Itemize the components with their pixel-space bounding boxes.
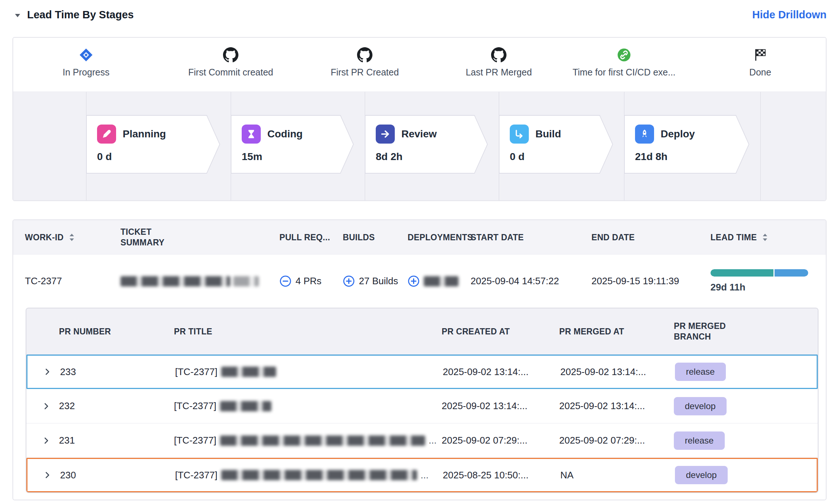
pr-number-cell: 233 — [60, 356, 76, 388]
pr-row-233[interactable]: 233 [TC-2377] 2025-09-02 13:14:... 2025-… — [26, 355, 818, 389]
pr-branch-cell: develop — [674, 389, 727, 423]
pr-title-prefix: [TC-2377] — [175, 366, 218, 378]
row-expand-chevron[interactable] — [42, 389, 51, 423]
deploy-rocket-icon — [635, 125, 654, 144]
column-header-pull-requests: PULL REQ... — [279, 220, 330, 255]
build-elbow-arrow-icon — [510, 125, 529, 144]
github-icon — [223, 47, 238, 63]
pull-requests-count: 4 PRs — [296, 275, 322, 287]
pr-number-cell: 232 — [59, 389, 75, 423]
column-header-label: END DATE — [591, 233, 635, 242]
milestone-label: Time for first CI/CD exe... — [547, 67, 701, 78]
column-header-lead-time[interactable]: LEAD TIME — [710, 220, 769, 255]
redacted-text — [221, 470, 417, 480]
pr-row-231[interactable]: 231 [TC-2377] ... 2025-09-02 07:29:... 2… — [26, 423, 818, 458]
lead-time-bar-teal-segment — [710, 269, 773, 277]
pr-title-prefix: [TC-2377] — [174, 435, 216, 446]
column-header-work-id[interactable]: WORK-ID — [25, 220, 75, 255]
ticket-summary-cell — [120, 255, 259, 308]
pr-column-branch: PR MERGED BRANCH — [674, 308, 738, 355]
pr-branch-cell: release — [675, 356, 726, 388]
milestone-label: In Progress — [12, 67, 163, 78]
milestone-first-commit: First Commit created — [154, 38, 308, 78]
pr-title-suffix: ... — [421, 470, 429, 481]
work-table-header: WORK-ID TICKET SUMMARY PULL REQ... BUILD… — [13, 220, 826, 255]
column-header-label: LEAD TIME — [710, 233, 757, 242]
milestone-label: First PR Created — [288, 67, 442, 78]
pr-merged-cell: 2025-09-02 07:29:... — [559, 423, 645, 457]
pr-title-cell: [TC-2377] — [175, 356, 280, 388]
pull-requests-table: PR NUMBER PR TITLE PR CREATED AT PR MERG… — [26, 308, 818, 493]
pr-row-232[interactable]: 232 [TC-2377] 2025-09-02 13:14:... 2025-… — [26, 389, 818, 423]
pr-created-cell: 2025-08-25 10:50:... — [443, 459, 528, 491]
stage-name: Review — [401, 128, 437, 140]
milestones-row: In Progress First Commit created First P… — [13, 38, 826, 92]
column-header-start-date: START DATE — [471, 220, 524, 255]
redacted-text — [120, 276, 230, 286]
row-expand-chevron[interactable] — [43, 356, 52, 388]
column-header-ticket-summary: TICKET SUMMARY — [120, 220, 175, 255]
stage-planning: Planning 0 d — [86, 115, 220, 174]
collapse-circle-minus-icon[interactable] — [279, 275, 292, 287]
column-header-label: TICKET SUMMARY — [120, 227, 175, 248]
redacted-text — [233, 276, 259, 286]
stage-duration: 0 d — [97, 151, 220, 163]
row-expand-chevron[interactable] — [42, 423, 51, 457]
lead-time-bar — [710, 269, 808, 277]
collapse-caret-icon[interactable] — [13, 11, 22, 20]
pr-column-title: PR TITLE — [174, 308, 212, 355]
column-header-label: PR MERGED AT — [559, 327, 624, 337]
hide-drilldown-link[interactable]: Hide Drilldown — [752, 9, 827, 21]
stage-duration: 8d 2h — [376, 151, 488, 163]
column-header-label: DEPLOYMENTS — [408, 233, 473, 242]
pr-created-cell: 2025-09-02 13:14:... — [442, 389, 527, 423]
column-header-label: START DATE — [471, 233, 524, 242]
pr-column-merged: PR MERGED AT — [559, 308, 624, 355]
work-items-table-card: WORK-ID TICKET SUMMARY PULL REQ... BUILD… — [12, 219, 827, 500]
redacted-text — [220, 436, 425, 446]
stage-name: Deploy — [661, 128, 695, 140]
milestone-first-pr: First PR Created — [288, 38, 442, 78]
pr-title-prefix: [TC-2377] — [175, 470, 218, 481]
expand-circle-plus-icon[interactable] — [343, 275, 355, 287]
stage-name: Planning — [123, 128, 166, 140]
column-header-label: WORK-ID — [25, 233, 64, 242]
pr-row-230[interactable]: 230 [TC-2377] ... 2025-08-25 10:50:... N… — [26, 458, 818, 492]
stage-duration: 21d 8h — [635, 151, 749, 163]
work-item-row: TC-2377 4 PRs 27 Builds 2025-09-04 14:57… — [13, 255, 826, 308]
cicd-icon — [616, 47, 632, 63]
lead-time-stages-card: In Progress First Commit created First P… — [12, 37, 827, 201]
checkered-flag-icon — [753, 47, 768, 63]
stage-name: Coding — [267, 128, 302, 140]
coding-hourglass-icon — [242, 125, 261, 144]
column-header-label: PR MERGED BRANCH — [674, 321, 738, 342]
planning-pen-icon — [97, 125, 116, 144]
lead-time-drilldown-panel: Lead Time By Stages Hide Drilldown In Pr… — [0, 0, 839, 504]
redacted-text — [221, 367, 276, 377]
pr-created-cell: 2025-09-02 13:14:... — [443, 356, 528, 388]
row-expand-chevron[interactable] — [43, 459, 52, 491]
branch-badge: release — [675, 363, 726, 381]
stage-duration: 15m — [242, 151, 354, 163]
pr-merged-cell: NA — [560, 459, 573, 491]
branch-badge: develop — [674, 397, 727, 415]
redacted-text — [424, 276, 459, 286]
column-divider — [760, 92, 761, 200]
stage-duration: 0 d — [510, 151, 613, 163]
expand-circle-plus-icon[interactable] — [408, 275, 420, 287]
pr-column-created: PR CREATED AT — [442, 308, 510, 355]
pr-branch-cell: release — [674, 423, 725, 457]
sort-icon[interactable] — [68, 233, 75, 242]
column-header-end-date: END DATE — [591, 220, 635, 255]
sort-icon[interactable] — [761, 233, 769, 242]
pull-requests-cell[interactable]: 4 PRs — [279, 255, 322, 308]
builds-cell[interactable]: 27 Builds — [343, 255, 398, 308]
pr-merged-cell: 2025-09-02 13:14:... — [559, 389, 645, 423]
in-progress-status-icon — [78, 47, 94, 63]
deployments-cell[interactable] — [408, 255, 459, 308]
column-header-label: BUILDS — [343, 233, 375, 242]
pr-branch-cell: develop — [675, 459, 728, 491]
milestone-label: Done — [683, 67, 827, 78]
column-header-label: PR TITLE — [174, 327, 212, 337]
pr-title-suffix: ... — [429, 435, 437, 446]
